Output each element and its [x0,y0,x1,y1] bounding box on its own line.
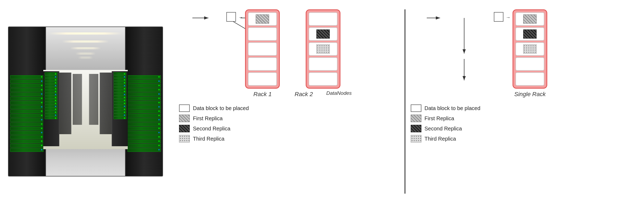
legend-right-icon-first-replica [411,115,421,122]
rack1-box [245,9,280,89]
client-node-left [226,12,236,22]
single-rack-label: Single Rack [514,91,546,98]
legend-right-label-first-replica: First Replica [425,115,454,122]
rack2-slot4 [309,57,337,71]
single-rack-slot5 [515,72,544,86]
single-rack-slot1 [515,12,544,26]
second-replica-single-rack [523,29,537,39]
rack2-diagram: Rack 2 DataNodes [294,9,352,98]
mid-rack-3 [59,73,71,134]
legend-right-item-data-block: Data block to be placed [411,104,480,112]
legend-right-item-second-replica: Second Replica [411,125,480,132]
mid-rack-5 [73,74,82,125]
legend-right-label-data-block: Data block to be placed [425,105,480,111]
single-rack-box [513,9,547,89]
mid-rack-4 [100,73,112,134]
legend-icon-white [179,104,190,112]
legend-item-data-block: Data block to be placed [179,104,249,112]
rack2-slot5 [309,72,337,86]
legend-item-first-replica: First Replica [179,115,249,122]
rack2-slot1 [309,12,337,26]
third-replica-single-rack [523,44,537,54]
legend-right-item-first-replica: First Replica [411,115,480,122]
legend-label-third-replica: Third Replica [193,136,224,142]
diagram-section: → [174,5,636,198]
rack-right-wall [125,27,162,176]
legend-right-icon-white [411,104,421,112]
client-node-right [494,12,503,22]
third-replica-block-rack2 [316,44,330,54]
legend-item-second-replica: Second Replica [179,125,249,132]
legend-icon-first-replica [179,115,190,122]
rack1-slot4 [248,57,277,71]
first-replica-single-rack [523,14,537,24]
single-rack-slot2 [515,27,544,41]
legend-right-icon-second-replica [411,125,421,132]
legend-right: Data block to be placed First Replica Se… [411,104,480,142]
legend-label-data-block: Data block to be placed [193,105,249,111]
single-rack-slot4 [515,57,544,71]
legend-label-first-replica: First Replica [193,115,223,122]
datanodes-label: DataNodes [326,90,352,96]
single-rack-slot3 [515,42,544,56]
rack1-diagram: Rack 1 [245,9,280,98]
rack1-slot3 [248,42,277,56]
mid-rack-6 [89,74,98,125]
first-replica-block-rack1 [256,14,269,24]
legend-right-icon-third-replica [411,135,421,142]
second-replica-block-rack2 [316,29,330,39]
legend-icon-third-replica [179,135,190,142]
mid-rack-1 [43,71,59,146]
rack2-box [306,9,340,89]
rack1-slot1 [248,12,277,26]
legend-item-third-replica: Third Replica [179,135,249,142]
legend-right-label-second-replica: Second Replica [425,126,462,132]
legend-icon-second-replica [179,125,190,132]
main-container: → [0,0,644,203]
rack1-label: Rack 1 [253,91,271,98]
legend-right-label-third-replica: Third Replica [425,136,456,142]
rack-left-wall [9,27,46,176]
rack2-slot3 [309,42,337,56]
rack1-slot2 [248,27,277,41]
server-room-photo [8,27,163,176]
single-rack-diagram: Single Rack [513,9,547,98]
rack2-slot2 [309,27,337,41]
legend-left: Data block to be placed First Replica Se… [179,104,249,142]
rack2-label: Rack 2 [294,91,313,98]
legend-right-item-third-replica: Third Replica [411,135,480,142]
legend-label-second-replica: Second Replica [193,126,230,132]
rack1-slot5 [248,72,277,86]
mid-rack-2 [112,71,128,146]
